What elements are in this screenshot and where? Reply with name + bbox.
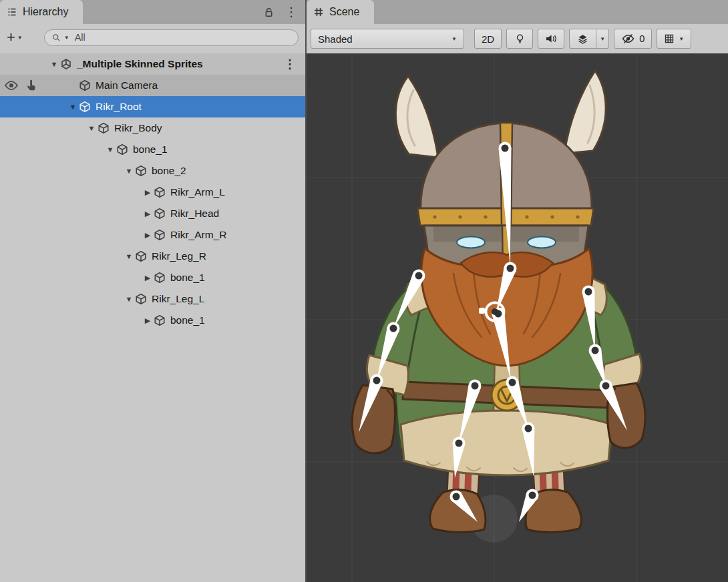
hierarchy-tabbar: Hierarchy ⋮ (0, 0, 305, 24)
scene-panel: Scene Shaded 2D (307, 0, 728, 582)
eye-slash-icon (621, 33, 635, 44)
foldout-open-icon[interactable] (123, 295, 135, 303)
scene-viewport[interactable] (307, 53, 728, 582)
object-name-label: bone_1 (170, 272, 205, 284)
gameobject-cube-icon (135, 165, 147, 177)
grid-caret-icon (679, 36, 684, 42)
search-icon (51, 33, 61, 43)
gameobject-cube-icon (154, 272, 166, 284)
toggle-2d-label: 2D (482, 33, 494, 45)
hierarchy-toolbar: + All (0, 24, 305, 51)
speaker-icon (545, 33, 557, 44)
object-name-label: bone_1 (133, 143, 168, 156)
draw-mode-caret-icon (451, 36, 457, 42)
foldout-open-icon[interactable] (85, 124, 98, 132)
gameobject-cube-icon (154, 208, 166, 220)
foldout-open-icon[interactable] (67, 103, 79, 111)
object-name-label: bone_1 (170, 314, 205, 326)
foldout-closed-icon[interactable] (142, 188, 154, 197)
gameobject-cube-icon (154, 314, 166, 326)
effects-layers-icon (577, 33, 588, 45)
create-dropdown-caret-icon (17, 35, 23, 41)
object-name-label: Rikr_Body (114, 122, 162, 134)
foldout-closed-icon[interactable] (142, 316, 154, 325)
toggle-2d-button[interactable]: 2D (474, 29, 502, 49)
scene-context-menu-icon[interactable]: ⋮ (284, 58, 296, 70)
object-name-label: Rikr_Head (170, 208, 219, 220)
foldout-closed-icon[interactable] (142, 274, 154, 282)
create-object-button[interactable]: + (7, 30, 23, 45)
gameobject-cube-icon (116, 143, 128, 156)
effects-caret-icon (600, 36, 605, 42)
tab-hierarchy[interactable]: Hierarchy (0, 0, 83, 24)
tree-row-bone-2[interactable]: bone_2 (0, 160, 305, 182)
scene-visibility-eye-icon[interactable] (4, 80, 19, 91)
scene-name-label: _Multiple Skinned Sprites (77, 58, 203, 70)
foldout-open-icon[interactable] (48, 60, 60, 68)
scene-audio-button[interactable] (538, 29, 564, 49)
object-name-label: Main Camera (96, 79, 158, 91)
tab-scene[interactable]: Scene (307, 0, 374, 24)
scene-effects-group (569, 29, 609, 49)
tree-row-rikr-arm-r[interactable]: Rikr_Arm_R (0, 224, 305, 246)
light-bulb-icon (515, 33, 525, 44)
gameobject-cube-icon (79, 79, 91, 91)
hierarchy-panel: Hierarchy ⋮ + All (0, 0, 307, 582)
pickability-hand-icon[interactable] (25, 79, 37, 91)
foldout-open-icon[interactable] (104, 146, 116, 154)
hierarchy-list-icon (7, 7, 17, 17)
scene-tabbar: Scene (307, 0, 728, 24)
unity-editor-window: Hierarchy ⋮ + All (0, 0, 728, 582)
foldout-open-icon[interactable] (123, 167, 135, 175)
tab-hierarchy-label: Hierarchy (23, 6, 68, 18)
grid-icon (664, 33, 675, 44)
plus-icon: + (7, 30, 15, 45)
tree-row-main-camera[interactable]: Main Camera (0, 75, 305, 96)
search-filter-value: All (75, 32, 85, 43)
gameobject-cube-icon (79, 101, 91, 113)
tree-row-rikr-body[interactable]: Rikr_Body (0, 117, 305, 139)
tree-row-scene[interactable]: _Multiple Skinned Sprites ⋮ (0, 53, 305, 75)
draw-mode-dropdown[interactable]: Shaded (311, 29, 464, 49)
object-name-label: bone_2 (152, 165, 186, 177)
tree-row-rikr-root[interactable]: Rikr_Root (0, 96, 305, 117)
tree-row-bone-1[interactable]: bone_1 (0, 139, 305, 160)
foldout-closed-icon[interactable] (142, 231, 154, 240)
object-name-label: Rikr_Arm_L (170, 186, 225, 198)
scene-effects-dropdown[interactable] (596, 29, 609, 49)
gameobject-cube-icon (154, 186, 166, 198)
scene-grid-icon (313, 7, 324, 17)
tree-row-rikr-head[interactable]: Rikr_Head (0, 203, 305, 224)
tree-row-rikr-arm-l[interactable]: Rikr_Arm_L (0, 182, 305, 203)
hierarchy-tabbar-actions: ⋮ (263, 0, 305, 24)
object-name-label: Rikr_Root (96, 101, 142, 113)
scene-lighting-button[interactable] (506, 29, 533, 49)
gameobject-cube-icon (135, 293, 147, 305)
scene-effects-button[interactable] (569, 29, 596, 49)
foldout-open-icon[interactable] (123, 252, 135, 260)
hidden-count-label: 0 (639, 33, 645, 44)
draw-mode-value: Shaded (318, 33, 353, 45)
scene-canvas (307, 53, 727, 582)
tab-scene-label: Scene (329, 6, 359, 18)
hierarchy-tree: _Multiple Skinned Sprites ⋮ Main Camera (0, 51, 305, 582)
search-filter-caret-icon (64, 35, 69, 41)
hierarchy-search-input[interactable]: All (44, 29, 299, 46)
hidden-objects-button[interactable]: 0 (614, 29, 652, 49)
tree-row-leg-l-bone-1[interactable]: bone_1 (0, 310, 305, 331)
unity-scene-icon (60, 58, 72, 70)
gameobject-cube-icon (154, 229, 166, 241)
grid-visibility-button[interactable] (657, 29, 691, 49)
hierarchy-menu-icon[interactable]: ⋮ (285, 6, 297, 18)
gameobject-cube-icon (98, 122, 110, 134)
gameobject-cube-icon (135, 250, 147, 262)
row-gutter (4, 75, 37, 96)
object-name-label: Rikr_Leg_L (152, 293, 204, 305)
object-name-label: Rikr_Arm_R (170, 229, 226, 241)
tree-row-leg-r-bone-1[interactable]: bone_1 (0, 267, 305, 288)
tree-row-rikr-leg-r[interactable]: Rikr_Leg_R (0, 246, 305, 267)
foldout-closed-icon[interactable] (142, 210, 154, 218)
unlock-icon[interactable] (263, 7, 275, 18)
tree-row-rikr-leg-l[interactable]: Rikr_Leg_L (0, 288, 305, 310)
object-name-label: Rikr_Leg_R (152, 250, 206, 262)
